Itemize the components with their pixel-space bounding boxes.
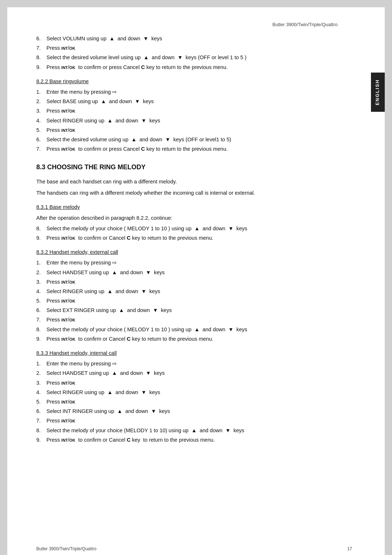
list-item: 5. Press INT/OK bbox=[36, 297, 352, 305]
section-83-intro2: The handsets can ring with a different m… bbox=[36, 189, 352, 197]
list-item: 6. Select the desired volume using up ▲ … bbox=[36, 135, 352, 144]
steps-822: 1. Enter the menu by pressing ⇨ 2. Selec… bbox=[36, 88, 352, 153]
list-item: 3. Press INT/OK bbox=[36, 107, 352, 115]
list-item: 9. Press INT/OK to confirm or Cancel C k… bbox=[36, 436, 352, 444]
page-footer: Butler 3900/Twin/Triple/Quattro 17 bbox=[36, 546, 352, 551]
list-item: 9. Press INT/OK to confirm or Cancel C k… bbox=[36, 234, 352, 242]
subsection-831-intro: After the operation described in paragra… bbox=[36, 214, 352, 222]
list-item: 7. Press INT/OK bbox=[36, 44, 352, 52]
list-item: 5. Press INT/OK bbox=[36, 126, 352, 134]
list-item: 5. Press INT/OK bbox=[36, 398, 352, 406]
page: Butler 3900/Twin/Triple/Quattro ENGLISH … bbox=[7, 7, 385, 555]
list-item: 7. Press INT/OK to confirm or press Canc… bbox=[36, 145, 352, 153]
initial-steps-list: 6. Select VOLUMN using up ▲ and down ▼ k… bbox=[36, 35, 352, 72]
subsection-833-title: 8.3.3 Handset melody, internal call bbox=[36, 349, 352, 357]
steps-833: 1. Enter the menu by pressing ⇨ 2. Selec… bbox=[36, 360, 352, 444]
section-83-heading: 8.3 CHOOSING THE RING MELODY bbox=[36, 162, 352, 173]
subsection-822-title: 8.2.2 Base ringvolume bbox=[36, 77, 352, 86]
list-item: 6. Select INT RINGER using up ▲ and down… bbox=[36, 407, 352, 416]
footer-left: Butler 3900/Twin/Triple/Quattro bbox=[36, 546, 97, 551]
list-item: 4. Select RINGER using up ▲ and down ▼ k… bbox=[36, 388, 352, 397]
list-item: 4. Select RINGER using up ▲ and down ▼ k… bbox=[36, 287, 352, 296]
list-item: 1. Enter the menu by pressing ⇨ bbox=[36, 88, 352, 96]
list-item: 9. Press INT/OK to confirm or Cancel C k… bbox=[36, 335, 352, 343]
list-item: 6. Select EXT RINGER using up ▲ and down… bbox=[36, 306, 352, 315]
subsection-831-title: 8.3.1 Base melody bbox=[36, 203, 352, 211]
list-item: 6. Select VOLUMN using up ▲ and down ▼ k… bbox=[36, 35, 352, 43]
list-item: 7. Press INT/OK bbox=[36, 316, 352, 324]
list-item: 3. Press INT/OK bbox=[36, 379, 352, 387]
steps-832: 1. Enter the menu by pressing ⇨ 2. Selec… bbox=[36, 259, 352, 343]
list-item: 8. Select the melody of your choice (MEL… bbox=[36, 426, 352, 435]
language-tab: ENGLISH bbox=[371, 73, 385, 112]
list-item: 2. Select BASE using up ▲ and down ▼ key… bbox=[36, 97, 352, 106]
list-item: 8. Select the melody of your choice ( ME… bbox=[36, 224, 352, 233]
header-title: Butler 3900/Twin/Triple/Quattro bbox=[273, 22, 338, 27]
list-item: 1. Enter the menu by pressing ⇨ bbox=[36, 360, 352, 368]
list-item: 1. Enter the menu by pressing ⇨ bbox=[36, 259, 352, 267]
main-content: 6. Select VOLUMN using up ▲ and down ▼ k… bbox=[36, 35, 352, 444]
list-item: 4. Select RINGER using up ▲ and down ▼ k… bbox=[36, 117, 352, 125]
steps-831: 8. Select the melody of your choice ( ME… bbox=[36, 224, 352, 242]
page-header: Butler 3900/Twin/Triple/Quattro bbox=[36, 22, 352, 27]
list-item: 8. Select the melody of your choice ( ME… bbox=[36, 325, 352, 334]
footer-page-number: 17 bbox=[347, 546, 352, 551]
subsection-832-title: 8.3.2 Handset melody, external call bbox=[36, 248, 352, 256]
section-83-intro1: The base and each handset can ring with … bbox=[36, 178, 352, 186]
list-item: 8. Select the desired volume level using… bbox=[36, 53, 352, 62]
list-item: 2. Select HANDSET using up ▲ and down ▼ … bbox=[36, 369, 352, 377]
list-item: 7. Press INT/OK bbox=[36, 417, 352, 425]
list-item: 2. Select HANDSET using up ▲ and down ▼ … bbox=[36, 268, 352, 277]
list-item: 3. Press INT/OK bbox=[36, 278, 352, 286]
list-item: 9. Press INT/OK to confirm or press Canc… bbox=[36, 63, 352, 72]
